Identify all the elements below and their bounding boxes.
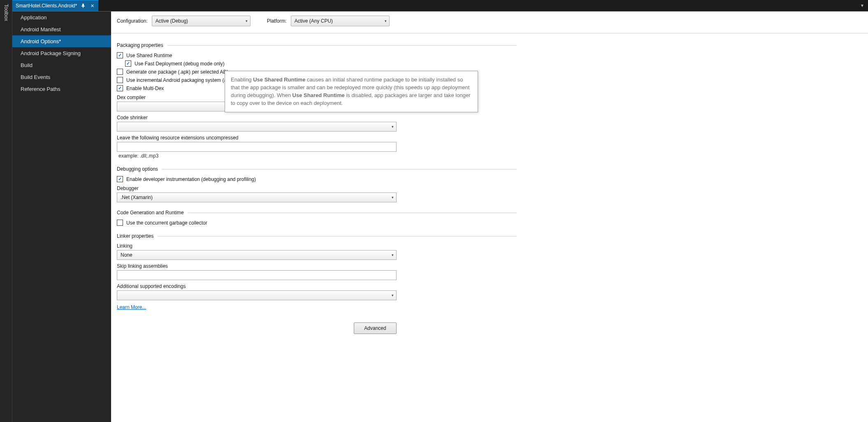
select-additional-encodings[interactable]: ▾: [117, 290, 397, 300]
select-debugger[interactable]: .Net (Xamarin) ▾: [117, 192, 397, 202]
configuration-select[interactable]: Active (Debug) ▾: [152, 16, 251, 26]
platform-select[interactable]: Active (Any CPU) ▾: [291, 16, 390, 26]
configuration-value: Active (Debug): [155, 18, 188, 24]
checkbox-gen-one-package[interactable]: [117, 69, 123, 75]
row-use-fast-deploy[interactable]: Use Fast Deployment (debug mode only): [117, 60, 517, 67]
chevron-down-icon: ▾: [246, 19, 248, 23]
checkbox-use-shared-runtime[interactable]: [117, 52, 123, 58]
tooltip-use-shared-runtime: Enabling Use Shared Runtime causes an in…: [225, 71, 478, 112]
label-enable-multidex: Enable Multi-Dex: [126, 86, 164, 91]
divider: [158, 236, 517, 237]
section-title-packaging: Packaging properties: [117, 42, 163, 48]
label-incremental-packaging: Use incremental Android packaging system…: [126, 77, 238, 83]
property-page-sidebar: Application Android Manifest Android Opt…: [12, 12, 111, 422]
chevron-down-icon: ▾: [392, 195, 394, 199]
section-codegen: Code Generation and Runtime: [117, 210, 517, 216]
section-linker: Linker properties: [117, 233, 517, 239]
tab-android-project[interactable]: SmartHotel.Clients.Android* ✕: [12, 0, 98, 11]
label-concurrent-gc: Use the concurrent garbage collector: [126, 220, 207, 226]
advanced-button[interactable]: Advanced: [354, 322, 397, 334]
sidebar-item-android-manifest[interactable]: Android Manifest: [12, 23, 111, 35]
checkbox-concurrent-gc[interactable]: [117, 220, 123, 226]
chevron-down-icon: ▾: [392, 293, 394, 297]
label-use-shared-runtime: Use Shared Runtime: [126, 53, 172, 58]
label-use-fast-deploy: Use Fast Deployment (debug mode only): [135, 61, 225, 67]
label-uncompressed-ext: Leave the following resource extensions …: [117, 135, 517, 141]
chevron-down-icon: ▾: [392, 125, 394, 129]
select-code-shrinker[interactable]: ▾: [117, 122, 397, 132]
divider: [167, 45, 517, 46]
platform-label: Platform:: [267, 18, 287, 24]
select-linking[interactable]: None ▾: [117, 250, 397, 260]
tooltip-bold: Use Shared Runtime: [292, 92, 345, 98]
label-enable-dev-instr: Enable developer instrumentation (debugg…: [126, 176, 256, 182]
section-debugging: Debugging options: [117, 166, 517, 172]
checkbox-enable-dev-instr[interactable]: [117, 176, 123, 182]
tooltip-bold: Use Shared Runtime: [253, 77, 305, 83]
label-skip-linking: Skip linking assemblies: [117, 263, 517, 269]
checkbox-use-fast-deploy[interactable]: [125, 60, 131, 67]
toolbox-panel[interactable]: Toolbox: [0, 0, 12, 422]
section-title-debugging: Debugging options: [117, 166, 158, 172]
sidebar-item-android-package-signing[interactable]: Android Package Signing: [12, 47, 111, 59]
sidebar-item-build-events[interactable]: Build Events: [12, 71, 111, 83]
tab-title: SmartHotel.Clients.Android*: [16, 3, 77, 9]
pin-icon[interactable]: [80, 3, 86, 9]
chevron-down-icon: ▾: [392, 253, 394, 257]
label-code-shrinker: Code shrinker: [117, 115, 517, 121]
label-linking: Linking: [117, 243, 517, 249]
input-uncompressed-ext[interactable]: [117, 142, 397, 152]
learn-more-link[interactable]: Learn More...: [117, 304, 146, 310]
value-linking: None: [121, 252, 132, 258]
value-debugger: .Net (Xamarin): [121, 195, 153, 200]
checkbox-incremental-packaging[interactable]: [117, 77, 123, 83]
section-packaging: Packaging properties: [117, 42, 517, 48]
platform-value: Active (Any CPU): [295, 18, 333, 24]
chevron-down-icon: ▾: [385, 19, 387, 23]
divider: [188, 213, 517, 213]
checkbox-enable-multidex[interactable]: [117, 85, 123, 91]
document-tab-bar: SmartHotel.Clients.Android* ✕ ▼: [12, 0, 868, 12]
configuration-bar: Configuration: Active (Debug) ▾ Platform…: [111, 12, 868, 33]
label-additional-encodings: Additional supported encodings: [117, 283, 517, 289]
close-icon[interactable]: ✕: [89, 3, 95, 9]
divider: [162, 169, 517, 169]
toolbox-label: Toolbox: [3, 0, 9, 422]
hint-uncompressed-ext: example: .dll;.mp3: [117, 153, 517, 159]
chevron-down-icon[interactable]: ▼: [856, 0, 868, 11]
sidebar-item-build[interactable]: Build: [12, 59, 111, 71]
tooltip-text: Enabling: [231, 77, 253, 83]
sidebar-item-android-options[interactable]: Android Options*: [12, 35, 111, 47]
label-debugger: Debugger: [117, 185, 517, 191]
row-enable-dev-instr[interactable]: Enable developer instrumentation (debugg…: [117, 176, 517, 182]
row-concurrent-gc[interactable]: Use the concurrent garbage collector: [117, 220, 517, 226]
section-title-linker: Linker properties: [117, 233, 153, 239]
configuration-label: Configuration:: [117, 18, 148, 24]
row-use-shared-runtime[interactable]: Use Shared Runtime: [117, 52, 517, 58]
input-skip-linking[interactable]: [117, 270, 397, 280]
section-title-codegen: Code Generation and Runtime: [117, 210, 184, 216]
sidebar-item-reference-paths[interactable]: Reference Paths: [12, 83, 111, 95]
sidebar-item-application[interactable]: Application: [12, 12, 111, 23]
label-gen-one-package: Generate one package (.apk) per selected…: [126, 69, 228, 75]
